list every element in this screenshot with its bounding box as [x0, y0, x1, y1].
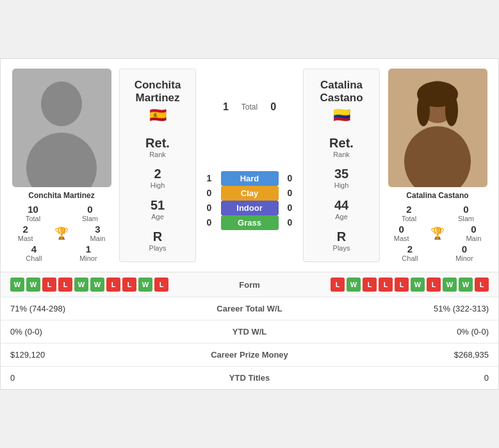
- form-badge-right: L: [379, 278, 393, 292]
- right-bottom-row: 2 Chall 0 Minor: [383, 244, 492, 262]
- right-flag: 🇨🇴: [333, 107, 350, 124]
- svg-point-1: [41, 81, 82, 126]
- right-chall-value: 2: [407, 244, 413, 254]
- stat-right: 51% (322-313): [301, 304, 489, 313]
- surface-badge-hard: Hard: [221, 171, 279, 186]
- stat-center-label: Career Prize Money: [199, 350, 301, 360]
- form-badge-left: L: [58, 278, 72, 292]
- right-high-cell: 35 High: [334, 167, 349, 189]
- form-label: Form: [199, 280, 301, 290]
- left-rank-cell: Ret. Rank: [145, 136, 170, 158]
- left-slam-label: Slam: [82, 215, 98, 222]
- right-slam-label: Slam: [458, 215, 474, 222]
- left-total-label: Total: [26, 215, 40, 222]
- left-flag: 🇪🇸: [149, 107, 167, 124]
- right-middle-stats: Catalina Castano 🇨🇴 Ret. Rank 35 High 44…: [303, 69, 380, 262]
- surface-badge-clay: Clay: [221, 186, 279, 201]
- surface-right-score: 0: [284, 188, 297, 198]
- left-player-stats-grid: 10 Total 0 Slam: [7, 204, 116, 222]
- form-badge-right: W: [443, 278, 457, 292]
- form-badge-right: L: [331, 278, 345, 292]
- left-age-value: 51: [151, 198, 165, 213]
- right-minor-cell: 0 Minor: [455, 244, 473, 262]
- total-left: 1: [223, 101, 229, 113]
- right-slam-cell: 0 Slam: [440, 204, 492, 222]
- stat-left: 71% (744-298): [10, 304, 199, 313]
- right-chall-label: Chall: [402, 254, 418, 262]
- left-high-value: 2: [154, 167, 161, 181]
- form-badge-left: W: [10, 278, 24, 292]
- right-player-photo: [388, 69, 487, 187]
- right-minor-value: 0: [462, 244, 467, 254]
- right-high-label: High: [334, 181, 349, 189]
- left-chall-value: 4: [31, 244, 37, 254]
- form-badge-left: L: [122, 278, 136, 292]
- surface-rows: 1 Hard 0 0 Clay 0 0 Indoor 0 0 Grass 0: [203, 171, 297, 230]
- left-bottom-row: 4 Chall 1 Minor: [7, 244, 116, 262]
- form-badge-right: L: [363, 278, 377, 292]
- main-container: Conchita Martinez 10 Total 0 Slam 2 Mast…: [0, 58, 499, 390]
- left-rank-value: Ret.: [145, 136, 170, 151]
- bottom-section: WWLLWWLLWL Form LWLLLWLWWL 71% (744-298)…: [1, 272, 498, 389]
- left-rank-label: Rank: [149, 151, 166, 158]
- surface-right-score: 0: [284, 217, 297, 228]
- surface-left-score: 0: [203, 203, 216, 213]
- stat-right: 0% (0-0): [301, 327, 489, 336]
- svg-point-7: [417, 94, 430, 126]
- left-mast-value: 2: [22, 224, 28, 235]
- form-right: LWLLLWLWWL: [301, 278, 489, 292]
- svg-point-8: [445, 94, 458, 126]
- form-badge-right: W: [347, 278, 361, 292]
- surface-row-clay: 0 Clay 0: [203, 186, 297, 201]
- stat-right: 0: [301, 373, 489, 383]
- right-slam-value: 0: [463, 204, 468, 215]
- right-total-label: Total: [402, 215, 416, 222]
- left-main-cell: 3 Main: [90, 224, 105, 242]
- left-age-label: Age: [151, 213, 164, 220]
- left-slam-value: 0: [87, 204, 92, 215]
- right-player-card: Catalina Castano 2 Total 0 Slam 0 Mast 🏆: [383, 69, 492, 262]
- right-plays-value: R: [337, 229, 346, 244]
- form-badge-left: L: [154, 278, 168, 292]
- right-plays-label: Plays: [333, 244, 350, 252]
- left-high-cell: 2 High: [151, 167, 165, 189]
- form-badge-right: L: [475, 278, 489, 292]
- surface-right-score: 0: [284, 203, 297, 213]
- form-badge-left: W: [74, 278, 88, 292]
- left-age-cell: 51 Age: [151, 198, 165, 220]
- left-plays-value: R: [153, 229, 162, 244]
- form-badge-left: L: [106, 278, 120, 292]
- stat-left: 0% (0-0): [10, 327, 199, 336]
- right-mast-label: Mast: [394, 235, 409, 242]
- left-player-name: Conchita Martinez: [28, 191, 94, 200]
- form-badge-right: L: [427, 278, 441, 292]
- left-main-value: 3: [95, 224, 100, 235]
- surface-left-score: 0: [203, 217, 216, 228]
- surface-left-score: 0: [203, 188, 216, 198]
- right-chall-cell: 2 Chall: [402, 244, 418, 262]
- left-plays-label: Plays: [149, 244, 167, 252]
- form-badge-left: W: [138, 278, 152, 292]
- right-rank-label: Rank: [333, 151, 350, 158]
- surface-row-indoor: 0 Indoor 0: [203, 201, 297, 215]
- center-comparison: 1 Total 0 1 Hard 0 0 Clay 0 0 Indoor 0 0…: [199, 69, 300, 262]
- form-left: WWLLWWLLWL: [10, 278, 199, 292]
- left-trophy-row: 2 Mast 🏆 3 Main: [7, 224, 116, 242]
- left-plays-cell: R Plays: [149, 229, 167, 252]
- left-minor-cell: 1 Minor: [79, 244, 97, 262]
- stat-left: 0: [10, 373, 199, 383]
- left-trophy-icon: 🏆: [54, 226, 69, 240]
- surface-right-score: 0: [284, 173, 297, 183]
- left-chall-cell: 4 Chall: [26, 244, 42, 262]
- top-section: Conchita Martinez 10 Total 0 Slam 2 Mast…: [1, 59, 498, 272]
- right-main-label: Main: [466, 235, 481, 242]
- right-player-name: Catalina Castano: [406, 191, 468, 200]
- right-trophy-icon: 🏆: [430, 226, 445, 240]
- left-player-header: Conchita Martinez 🇪🇸: [122, 79, 193, 124]
- form-row: WWLLWWLLWL Form LWLLLWLWWL: [1, 272, 498, 297]
- total-label: Total: [241, 103, 258, 112]
- left-middle-stats: Conchita Martinez 🇪🇸 Ret. Rank 2 High 51…: [119, 69, 196, 262]
- right-minor-label: Minor: [455, 254, 473, 262]
- stat-center-label: YTD Titles: [199, 373, 301, 383]
- form-badge-right: W: [459, 278, 473, 292]
